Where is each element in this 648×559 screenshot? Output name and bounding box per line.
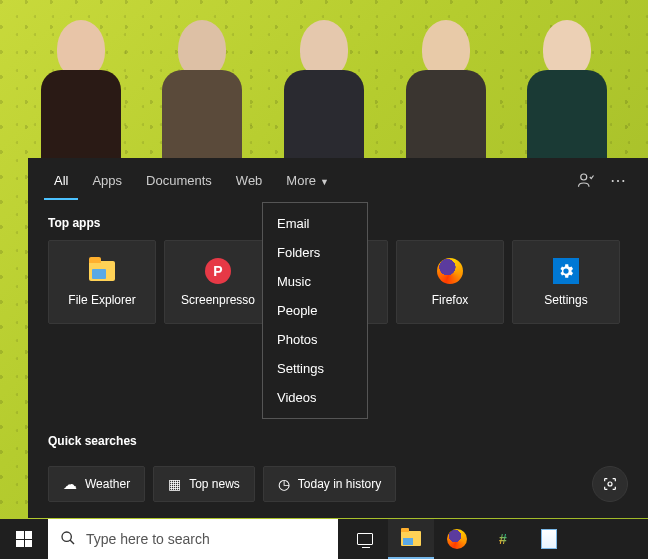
dropdown-item-email[interactable]: Email bbox=[263, 209, 367, 238]
tab-apps[interactable]: Apps bbox=[82, 161, 132, 200]
slack-icon bbox=[494, 530, 512, 548]
more-options-icon[interactable]: ⋯ bbox=[604, 166, 632, 194]
search-icon bbox=[60, 530, 76, 549]
news-icon: ▦ bbox=[168, 476, 181, 492]
start-button[interactable] bbox=[0, 519, 48, 559]
tab-all[interactable]: All bbox=[44, 161, 78, 200]
app-label: Firefox bbox=[432, 293, 469, 307]
dropdown-item-people[interactable]: People bbox=[263, 296, 367, 325]
windows-logo-icon bbox=[16, 531, 32, 547]
notepad-icon bbox=[541, 529, 557, 549]
taskbar-pinned-apps bbox=[342, 519, 572, 559]
file-explorer-icon bbox=[401, 531, 421, 546]
app-label: Settings bbox=[544, 293, 587, 307]
app-file-explorer[interactable]: File Explorer bbox=[48, 240, 156, 324]
more-dropdown: Email Folders Music People Photos Settin… bbox=[262, 202, 368, 419]
search-placeholder: Type here to search bbox=[86, 531, 210, 547]
svg-point-2 bbox=[62, 532, 71, 541]
search-scope-tabs: All Apps Documents Web More▼ ⋯ bbox=[28, 158, 648, 202]
app-settings[interactable]: Settings bbox=[512, 240, 620, 324]
screenshot-search-button[interactable] bbox=[592, 466, 628, 502]
taskbar-slack[interactable] bbox=[480, 519, 526, 559]
dropdown-item-music[interactable]: Music bbox=[263, 267, 367, 296]
firefox-icon bbox=[436, 257, 464, 285]
clock-icon: ◷ bbox=[278, 476, 290, 492]
firefox-icon bbox=[447, 529, 467, 549]
file-explorer-icon bbox=[88, 257, 116, 285]
task-view-icon bbox=[357, 533, 373, 545]
feedback-icon[interactable] bbox=[572, 166, 600, 194]
app-firefox[interactable]: Firefox bbox=[396, 240, 504, 324]
svg-point-1 bbox=[608, 482, 612, 486]
app-label: Screenpresso bbox=[181, 293, 255, 307]
svg-line-3 bbox=[70, 540, 74, 544]
dropdown-item-photos[interactable]: Photos bbox=[263, 325, 367, 354]
screenpresso-icon: P bbox=[204, 257, 232, 285]
settings-icon bbox=[552, 257, 580, 285]
taskbar-notepad[interactable] bbox=[526, 519, 572, 559]
dropdown-item-settings[interactable]: Settings bbox=[263, 354, 367, 383]
search-panel: All Apps Documents Web More▼ ⋯ Email Fol… bbox=[28, 158, 648, 518]
taskbar-task-view[interactable] bbox=[342, 519, 388, 559]
quick-today-history[interactable]: ◷Today in history bbox=[263, 466, 396, 502]
taskbar-search-box[interactable]: Type here to search bbox=[48, 519, 338, 559]
dropdown-item-videos[interactable]: Videos bbox=[263, 383, 367, 412]
taskbar: Type here to search bbox=[0, 519, 648, 559]
wallpaper-people bbox=[0, 0, 648, 160]
quick-searches-section: Quick searches ☁Weather ▦Top news ◷Today… bbox=[28, 420, 648, 502]
tab-more[interactable]: More▼ bbox=[276, 161, 339, 200]
weather-icon: ☁ bbox=[63, 476, 77, 492]
tab-web[interactable]: Web bbox=[226, 161, 273, 200]
app-screenpresso[interactable]: P Screenpresso bbox=[164, 240, 272, 324]
app-label: File Explorer bbox=[68, 293, 135, 307]
chevron-down-icon: ▼ bbox=[320, 177, 329, 187]
svg-point-0 bbox=[581, 174, 587, 180]
taskbar-file-explorer[interactable] bbox=[388, 519, 434, 559]
taskbar-firefox[interactable] bbox=[434, 519, 480, 559]
quick-weather[interactable]: ☁Weather bbox=[48, 466, 145, 502]
quick-searches-heading: Quick searches bbox=[28, 420, 648, 458]
tab-documents[interactable]: Documents bbox=[136, 161, 222, 200]
dropdown-item-folders[interactable]: Folders bbox=[263, 238, 367, 267]
quick-top-news[interactable]: ▦Top news bbox=[153, 466, 255, 502]
